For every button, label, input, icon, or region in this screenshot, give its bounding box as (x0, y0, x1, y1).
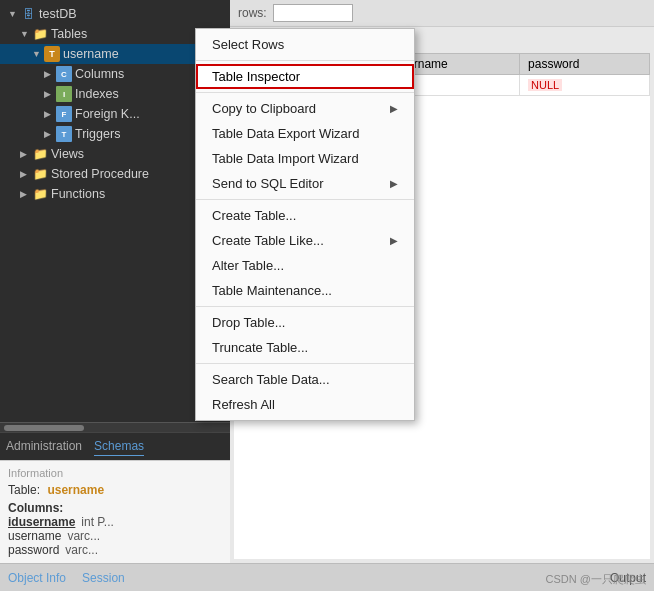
menu-item-5[interactable]: Send to SQL Editor▶ (196, 171, 414, 196)
columns-icon: C (56, 66, 72, 82)
menu-item-label-1: Table Inspector (212, 69, 300, 84)
columns-label: Columns (75, 67, 124, 81)
menu-item-label-2: Copy to Clipboard (212, 101, 316, 116)
menu-separator-9 (196, 306, 414, 307)
arrow-expand-columns-icon: ▶ (44, 69, 56, 79)
folder-sp-icon: 📁 (32, 166, 48, 182)
columns-info-section: Columns: idusername int P... username va… (8, 501, 222, 557)
tab-administration[interactable]: Administration (6, 437, 82, 456)
menu-item-0[interactable]: Select Rows (196, 32, 414, 57)
col1-row: idusername int P... (8, 515, 222, 529)
col3-row: password varc... (8, 543, 222, 557)
menu-item-label-10: Drop Table... (212, 315, 285, 330)
sidebar-tabs: Administration Schemas (0, 432, 230, 460)
col-header-password: password (520, 54, 650, 75)
menu-separator-11 (196, 363, 414, 364)
folder-tables-icon: 📁 (32, 26, 48, 42)
username-label: username (63, 47, 119, 61)
menu-item-13[interactable]: Refresh All (196, 392, 414, 417)
null-badge: NULL (528, 79, 562, 91)
arrow-expand-icon: ▼ (8, 9, 20, 19)
menu-item-4[interactable]: Table Data Import Wizard (196, 146, 414, 171)
menu-item-1[interactable]: Table Inspector (196, 64, 414, 89)
tab-schemas[interactable]: Schemas (94, 437, 144, 456)
menu-item-label-5: Send to SQL Editor (212, 176, 324, 191)
menu-item-12[interactable]: Search Table Data... (196, 367, 414, 392)
menu-item-label-0: Select Rows (212, 37, 284, 52)
watermark: CSDN @一只爬爬虫 (546, 572, 646, 587)
fk-icon: F (56, 106, 72, 122)
menu-item-10[interactable]: Drop Table... (196, 310, 414, 335)
menu-arrow-icon-7: ▶ (390, 235, 398, 246)
menu-item-label-12: Search Table Data... (212, 372, 330, 387)
stored-proc-label: Stored Procedure (51, 167, 149, 181)
menu-arrow-icon-2: ▶ (390, 103, 398, 114)
indexes-label: Indexes (75, 87, 119, 101)
col2-type: varc... (67, 529, 100, 543)
menu-item-label-11: Truncate Table... (212, 340, 308, 355)
table-info-row: Table: username (8, 483, 222, 497)
menu-item-label-4: Table Data Import Wizard (212, 151, 359, 166)
foreignkeys-label: Foreign K... (75, 107, 140, 121)
menu-separator-1 (196, 92, 414, 93)
rows-label: rows: (238, 6, 267, 20)
arrow-expand-tables-icon: ▼ (20, 29, 32, 39)
arrow-expand-fk-icon: ▶ (44, 109, 56, 119)
table-info-name: username (47, 483, 104, 497)
menu-item-6[interactable]: Create Table... (196, 203, 414, 228)
table-icon: T (44, 46, 60, 62)
col2-row: username varc... (8, 529, 222, 543)
indexes-icon: I (56, 86, 72, 102)
menu-item-9[interactable]: Table Maintenance... (196, 278, 414, 303)
columns-info-label: Columns: (8, 501, 222, 515)
col3-type: varc... (65, 543, 98, 557)
db-label: testDB (39, 7, 77, 21)
session-tab[interactable]: Session (82, 571, 125, 585)
table-info-label: Table: (8, 483, 40, 497)
folder-fn-icon: 📁 (32, 186, 48, 202)
views-label: Views (51, 147, 84, 161)
col1-name: idusername (8, 515, 75, 529)
functions-label: Functions (51, 187, 105, 201)
information-label: Information (8, 467, 222, 479)
menu-arrow-icon-5: ▶ (390, 178, 398, 189)
menu-item-label-8: Alter Table... (212, 258, 284, 273)
folder-views-icon: 📁 (32, 146, 48, 162)
arrow-expand-indexes-icon: ▶ (44, 89, 56, 99)
menu-item-label-9: Table Maintenance... (212, 283, 332, 298)
tables-label: Tables (51, 27, 87, 41)
menu-item-8[interactable]: Alter Table... (196, 253, 414, 278)
rows-input[interactable] (273, 4, 353, 22)
context-menu: Select RowsTable InspectorCopy to Clipbo… (195, 28, 415, 421)
object-info-tab[interactable]: Object Info (8, 571, 66, 585)
info-panel: Information Table: username Columns: idu… (0, 460, 230, 563)
cell-password: NULL (520, 75, 650, 96)
content-top-bar: rows: (230, 0, 654, 27)
db-icon: 🗄 (20, 6, 36, 22)
sidebar-scrollbar[interactable] (0, 422, 230, 432)
triggers-label: Triggers (75, 127, 120, 141)
col2-name: username (8, 529, 61, 543)
menu-item-7[interactable]: Create Table Like...▶ (196, 228, 414, 253)
menu-item-label-7: Create Table Like... (212, 233, 324, 248)
arrow-expand-username-icon: ▼ (32, 49, 44, 59)
col3-name: password (8, 543, 59, 557)
menu-item-label-3: Table Data Export Wizard (212, 126, 359, 141)
triggers-icon: T (56, 126, 72, 142)
menu-item-2[interactable]: Copy to Clipboard▶ (196, 96, 414, 121)
menu-item-label-6: Create Table... (212, 208, 296, 223)
tree-item-testdb[interactable]: ▼ 🗄 testDB (0, 4, 230, 24)
menu-separator-5 (196, 199, 414, 200)
menu-item-label-13: Refresh All (212, 397, 275, 412)
arrow-expand-sp-icon: ▶ (20, 169, 32, 179)
arrow-expand-fn-icon: ▶ (20, 189, 32, 199)
arrow-expand-triggers-icon: ▶ (44, 129, 56, 139)
scroll-thumb (4, 425, 84, 431)
menu-separator-0 (196, 60, 414, 61)
col1-type: int P... (81, 515, 113, 529)
menu-item-11[interactable]: Truncate Table... (196, 335, 414, 360)
menu-item-3[interactable]: Table Data Export Wizard (196, 121, 414, 146)
arrow-expand-views-icon: ▶ (20, 149, 32, 159)
